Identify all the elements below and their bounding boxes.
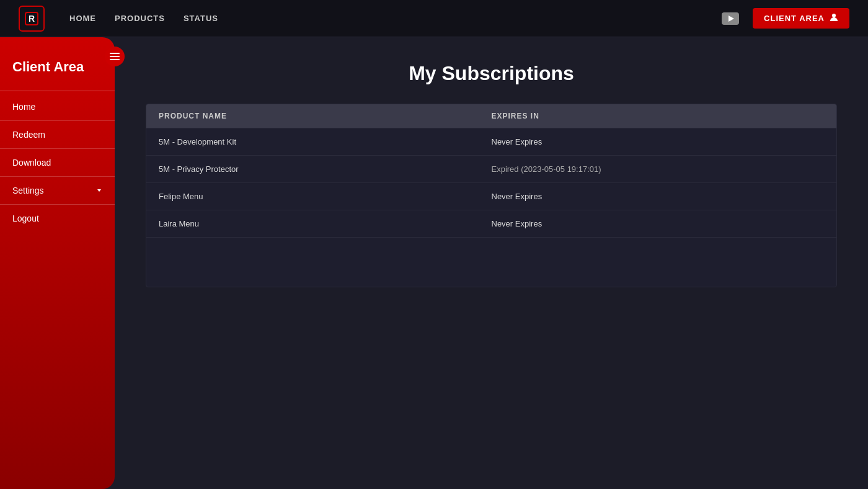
table-row[interactable]: Felipe Menu Never Expires — [146, 182, 836, 210]
expires-cell: Never Expires — [492, 219, 825, 228]
client-area-button[interactable]: CLIENT AREA — [753, 8, 849, 29]
table-header: PRODUCT NAME EXPIRES IN — [146, 104, 836, 128]
product-name-cell: 5M - Development Kit — [159, 137, 492, 146]
content-area: My Subscriptions PRODUCT NAME EXPIRES IN… — [115, 37, 868, 489]
logo-icon: R — [19, 6, 45, 32]
table-row[interactable]: 5M - Privacy Protector Expired (2023-05-… — [146, 155, 836, 182]
user-icon — [830, 13, 838, 24]
nav-status[interactable]: STATUS — [184, 11, 218, 26]
client-area-label: CLIENT AREA — [764, 14, 825, 23]
sidebar-item-download[interactable]: Download — [0, 150, 115, 175]
sidebar: Client Area Home Redeem Download Setting… — [0, 37, 115, 489]
table-empty-row — [146, 237, 836, 287]
nav-home[interactable]: HOME — [69, 11, 96, 26]
page-title: My Subscriptions — [146, 62, 837, 85]
product-name-cell: Laira Menu — [159, 219, 492, 228]
sidebar-item-home[interactable]: Home — [0, 94, 115, 119]
svg-text:R: R — [29, 14, 35, 24]
subscriptions-table: PRODUCT NAME EXPIRES IN 5M - Development… — [146, 104, 837, 287]
table-row[interactable]: Laira Menu Never Expires — [146, 210, 836, 237]
header: R HOME PRODUCTS STATUS CLIENT AREA — [0, 0, 868, 37]
sidebar-item-settings[interactable]: Settings — [0, 178, 115, 203]
sidebar-divider-1 — [0, 120, 115, 121]
expires-cell: Never Expires — [492, 137, 825, 146]
sidebar-divider-4 — [0, 204, 115, 205]
svg-rect-7 — [110, 59, 120, 60]
sidebar-top-divider — [0, 91, 115, 91]
expires-cell: Expired (2023-05-05 19:17:01) — [492, 164, 825, 174]
svg-point-4 — [832, 14, 836, 17]
sidebar-toggle[interactable] — [105, 47, 125, 66]
sidebar-title: Client Area — [0, 50, 115, 91]
sidebar-divider-3 — [0, 176, 115, 177]
table-row[interactable]: 5M - Development Kit Never Expires — [146, 128, 836, 155]
sidebar-item-logout[interactable]: Logout — [0, 206, 115, 231]
product-name-cell: Felipe Menu — [159, 192, 492, 201]
logo[interactable]: R — [19, 6, 45, 32]
product-name-cell: 5M - Privacy Protector — [159, 164, 492, 174]
svg-rect-5 — [110, 53, 120, 54]
header-right: CLIENT AREA — [720, 8, 849, 29]
sidebar-divider-2 — [0, 148, 115, 149]
expires-cell: Never Expires — [492, 192, 825, 201]
main-nav: HOME PRODUCTS STATUS — [69, 11, 720, 26]
sidebar-item-redeem[interactable]: Redeem — [0, 122, 115, 147]
main-layout: Client Area Home Redeem Download Setting… — [0, 37, 868, 489]
header-product-name: PRODUCT NAME — [159, 112, 492, 120]
sidebar-nav: Home Redeem Download Settings L — [0, 94, 115, 231]
header-expires-in: EXPIRES IN — [492, 112, 825, 120]
svg-rect-6 — [110, 56, 120, 57]
chevron-icon — [96, 186, 102, 195]
youtube-icon[interactable] — [720, 11, 740, 26]
nav-products[interactable]: PRODUCTS — [115, 11, 165, 26]
